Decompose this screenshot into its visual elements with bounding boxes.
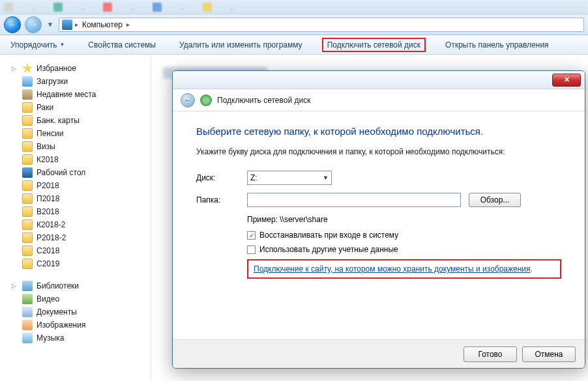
tree-item-label: К2018 [37, 155, 59, 164]
computer-icon [62, 20, 72, 30]
dialog-description: Укажите букву диска для подключения и па… [196, 147, 561, 156]
other-credentials-label: Использовать другие учетные данные [259, 245, 398, 254]
folder-icon [22, 259, 33, 269]
map-network-drive-dialog: ✕ ← Подключить сетевой диск Выберите сет… [172, 70, 585, 369]
tree-item[interactable]: Документы [9, 305, 148, 318]
tree-item[interactable]: Пенсии [9, 127, 148, 140]
libraries-icon [22, 281, 33, 291]
libraries-label: Библиотеки [37, 281, 79, 290]
nav-history-dropdown[interactable]: ▼ [46, 21, 55, 28]
folder-icon [22, 180, 33, 191]
reconnect-label: Восстанавливать при входе в систему [259, 231, 398, 240]
folder-icon [22, 115, 33, 126]
tree-item[interactable]: Рабочий стол [9, 166, 148, 179]
folder-icon [22, 154, 33, 165]
folder-path-input[interactable] [247, 193, 461, 207]
explorer-navbar: ← → ▼ ▸ Компьютер ▸ [0, 14, 588, 35]
tree-item[interactable]: С2018 [9, 244, 148, 257]
uninstall-program-button[interactable]: Удалить или изменить программу [175, 38, 306, 51]
link-highlight-box: Подключение к сайту, на котором можно хр… [247, 259, 561, 279]
tree-item-label: Рабочий стол [37, 168, 85, 177]
tree-item[interactable]: Загрузки [9, 75, 148, 88]
doc-icon [22, 307, 33, 317]
favorites-group[interactable]: ▷ Избранное [9, 62, 148, 75]
folder-icon [22, 246, 33, 256]
tree-item[interactable]: П2018 [9, 192, 148, 205]
tree-item-label: П2018 [37, 194, 59, 203]
browse-button[interactable]: Обзор... [469, 193, 521, 207]
tree-item[interactable]: К2018-2 [9, 218, 148, 231]
drive-label: Диск: [196, 173, 247, 182]
star-icon [22, 63, 33, 74]
breadcrumb-separator: ▸ [75, 21, 78, 28]
tree-item-label: Видео [37, 294, 59, 303]
folder-label: Папка: [196, 195, 247, 205]
dialog-header: ← Подключить сетевой диск [173, 89, 585, 111]
tree-item[interactable]: Музыка [9, 332, 148, 345]
example-text: Пример: \\server\share [247, 215, 561, 224]
browser-tabs: .. .. .. .. .. [0, 0, 588, 14]
system-properties-button[interactable]: Свойства системы [84, 38, 160, 51]
close-button[interactable]: ✕ [552, 74, 581, 87]
tree-item[interactable]: Недавние места [9, 88, 148, 101]
tree-item-label: Изображения [37, 320, 85, 330]
tree-item[interactable]: Визы [9, 140, 148, 153]
tree-item-label: Банк. карты [37, 116, 80, 125]
video-icon [22, 294, 33, 304]
dialog-back-button[interactable]: ← [181, 93, 195, 107]
dialog-footer: Готово Отмена [173, 339, 585, 368]
folder-icon [22, 206, 33, 217]
map-network-drive-button[interactable]: Подключить сетевой диск [322, 38, 426, 52]
tree-item[interactable]: Р2018-2 [9, 231, 148, 244]
breadcrumb-separator: ▸ [126, 21, 130, 28]
nav-back-button[interactable]: ← [4, 16, 21, 33]
breadcrumb-item[interactable]: Компьютер [81, 20, 124, 29]
img-icon [22, 320, 33, 330]
tree-item[interactable]: С2019 [9, 257, 148, 270]
open-control-panel-button[interactable]: Открыть панель управления [441, 38, 553, 51]
other-credentials-checkbox[interactable] [247, 246, 256, 254]
dialog-heading: Выберите сетевую папку, к которой необхо… [196, 126, 561, 137]
tree-item-label: В2018 [37, 207, 59, 216]
navigation-pane: ▷ Избранное ЗагрузкиНедавние местаРакиБа… [0, 55, 151, 381]
recent-icon [22, 89, 33, 100]
address-bar[interactable]: ▸ Компьютер ▸ [59, 18, 584, 32]
organize-menu[interactable]: Упорядочить▼ [7, 38, 68, 51]
nav-forward-button[interactable]: → [25, 16, 42, 33]
chevron-down-icon: ▼ [323, 175, 329, 181]
dialog-body: Выберите сетевую папку, к которой необхо… [173, 111, 585, 339]
reconnect-checkbox[interactable]: ✓ [247, 231, 256, 240]
connect-to-website-link[interactable]: Подключение к сайту, на котором можно хр… [254, 264, 531, 274]
finish-button[interactable]: Готово [463, 346, 517, 362]
tree-item[interactable]: В2018 [9, 205, 148, 218]
explorer-toolbar: Упорядочить▼ Свойства системы Удалить ил… [0, 35, 588, 55]
drive-value: Z: [250, 173, 257, 182]
tree-item[interactable]: Р2018 [9, 179, 148, 192]
tree-item-label: Недавние места [37, 90, 96, 99]
tree-item[interactable]: К2018 [9, 153, 148, 166]
tree-item-label: С2019 [37, 259, 59, 268]
dialog-titlebar: ✕ [173, 71, 585, 89]
favorites-label: Избранное [37, 64, 76, 73]
dialog-title: Подключить сетевой диск [217, 96, 310, 105]
tree-item-label: С2018 [37, 246, 59, 255]
folder-icon [22, 219, 33, 230]
tree-item[interactable]: Изображения [9, 318, 148, 332]
tree-item-label: Музыка [37, 333, 64, 343]
tree-item-label: Р2018-2 [37, 233, 66, 242]
drive-letter-select[interactable]: Z: ▼ [247, 171, 332, 185]
tree-item[interactable]: Раки [9, 101, 148, 114]
tree-item[interactable]: Банк. карты [9, 114, 148, 127]
tree-item[interactable]: Видео [9, 292, 148, 305]
tree-item-label: Пенсии [37, 129, 63, 138]
folder-icon [22, 128, 33, 139]
tree-item-label: Раки [37, 103, 53, 112]
libraries-group[interactable]: ▷ Библиотеки [9, 279, 148, 292]
network-drive-icon [200, 94, 212, 106]
cancel-button[interactable]: Отмена [522, 346, 576, 362]
folder-icon [22, 141, 33, 152]
tree-item-label: Загрузки [37, 77, 68, 86]
dl-icon [22, 76, 33, 87]
folder-icon [22, 102, 33, 113]
folder-icon [22, 193, 33, 204]
